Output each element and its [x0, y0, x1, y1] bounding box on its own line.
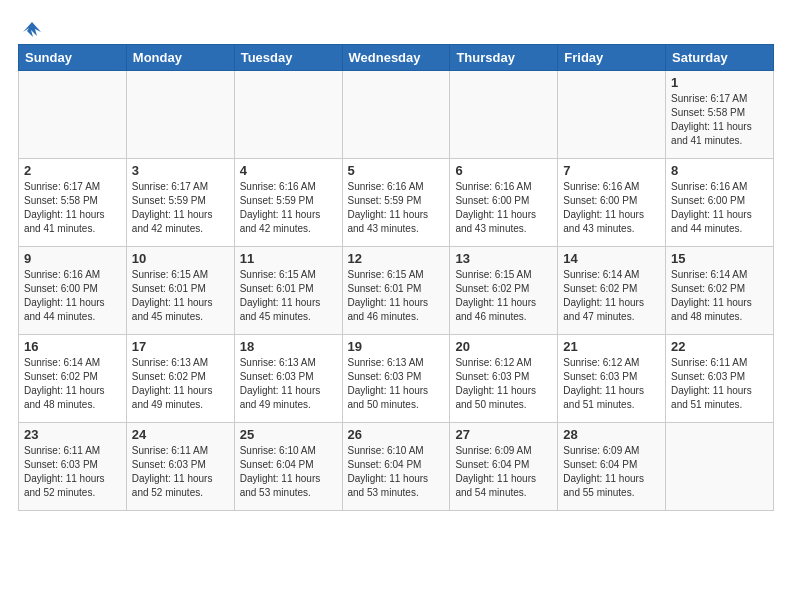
- day-number: 28: [563, 427, 660, 442]
- calendar-cell: [19, 71, 127, 159]
- day-info: Sunrise: 6:13 AM Sunset: 6:03 PM Dayligh…: [240, 356, 337, 412]
- day-number: 18: [240, 339, 337, 354]
- day-info: Sunrise: 6:10 AM Sunset: 6:04 PM Dayligh…: [348, 444, 445, 500]
- week-row-3: 9Sunrise: 6:16 AM Sunset: 6:00 PM Daylig…: [19, 247, 774, 335]
- day-number: 24: [132, 427, 229, 442]
- day-number: 10: [132, 251, 229, 266]
- calendar-cell: [126, 71, 234, 159]
- calendar-cell: 28Sunrise: 6:09 AM Sunset: 6:04 PM Dayli…: [558, 423, 666, 511]
- day-info: Sunrise: 6:09 AM Sunset: 6:04 PM Dayligh…: [563, 444, 660, 500]
- weekday-header-sunday: Sunday: [19, 45, 127, 71]
- calendar-cell: [450, 71, 558, 159]
- day-number: 8: [671, 163, 768, 178]
- day-info: Sunrise: 6:14 AM Sunset: 6:02 PM Dayligh…: [563, 268, 660, 324]
- day-number: 16: [24, 339, 121, 354]
- day-number: 9: [24, 251, 121, 266]
- day-number: 23: [24, 427, 121, 442]
- week-row-1: 1Sunrise: 6:17 AM Sunset: 5:58 PM Daylig…: [19, 71, 774, 159]
- week-row-2: 2Sunrise: 6:17 AM Sunset: 5:58 PM Daylig…: [19, 159, 774, 247]
- logo-bird-icon: [21, 18, 43, 40]
- day-number: 26: [348, 427, 445, 442]
- calendar-cell: 7Sunrise: 6:16 AM Sunset: 6:00 PM Daylig…: [558, 159, 666, 247]
- weekday-header-tuesday: Tuesday: [234, 45, 342, 71]
- day-info: Sunrise: 6:16 AM Sunset: 6:00 PM Dayligh…: [671, 180, 768, 236]
- calendar-cell: 12Sunrise: 6:15 AM Sunset: 6:01 PM Dayli…: [342, 247, 450, 335]
- calendar-cell: 19Sunrise: 6:13 AM Sunset: 6:03 PM Dayli…: [342, 335, 450, 423]
- calendar-cell: 24Sunrise: 6:11 AM Sunset: 6:03 PM Dayli…: [126, 423, 234, 511]
- day-info: Sunrise: 6:16 AM Sunset: 6:00 PM Dayligh…: [563, 180, 660, 236]
- day-info: Sunrise: 6:16 AM Sunset: 5:59 PM Dayligh…: [240, 180, 337, 236]
- calendar-cell: 2Sunrise: 6:17 AM Sunset: 5:58 PM Daylig…: [19, 159, 127, 247]
- calendar-cell: 4Sunrise: 6:16 AM Sunset: 5:59 PM Daylig…: [234, 159, 342, 247]
- calendar-cell: 27Sunrise: 6:09 AM Sunset: 6:04 PM Dayli…: [450, 423, 558, 511]
- calendar-cell: [666, 423, 774, 511]
- svg-marker-0: [23, 22, 41, 37]
- day-info: Sunrise: 6:09 AM Sunset: 6:04 PM Dayligh…: [455, 444, 552, 500]
- calendar-cell: 17Sunrise: 6:13 AM Sunset: 6:02 PM Dayli…: [126, 335, 234, 423]
- calendar-cell: 3Sunrise: 6:17 AM Sunset: 5:59 PM Daylig…: [126, 159, 234, 247]
- day-number: 7: [563, 163, 660, 178]
- day-info: Sunrise: 6:10 AM Sunset: 6:04 PM Dayligh…: [240, 444, 337, 500]
- logo: [18, 18, 43, 36]
- day-info: Sunrise: 6:16 AM Sunset: 6:00 PM Dayligh…: [24, 268, 121, 324]
- day-number: 27: [455, 427, 552, 442]
- calendar-cell: [234, 71, 342, 159]
- calendar-cell: [342, 71, 450, 159]
- day-info: Sunrise: 6:15 AM Sunset: 6:01 PM Dayligh…: [240, 268, 337, 324]
- calendar-cell: 26Sunrise: 6:10 AM Sunset: 6:04 PM Dayli…: [342, 423, 450, 511]
- day-info: Sunrise: 6:12 AM Sunset: 6:03 PM Dayligh…: [563, 356, 660, 412]
- day-number: 4: [240, 163, 337, 178]
- day-info: Sunrise: 6:13 AM Sunset: 6:02 PM Dayligh…: [132, 356, 229, 412]
- day-number: 12: [348, 251, 445, 266]
- day-info: Sunrise: 6:15 AM Sunset: 6:02 PM Dayligh…: [455, 268, 552, 324]
- day-info: Sunrise: 6:14 AM Sunset: 6:02 PM Dayligh…: [671, 268, 768, 324]
- week-row-5: 23Sunrise: 6:11 AM Sunset: 6:03 PM Dayli…: [19, 423, 774, 511]
- day-number: 15: [671, 251, 768, 266]
- header: [18, 18, 774, 36]
- weekday-header-wednesday: Wednesday: [342, 45, 450, 71]
- day-info: Sunrise: 6:16 AM Sunset: 6:00 PM Dayligh…: [455, 180, 552, 236]
- day-info: Sunrise: 6:17 AM Sunset: 5:58 PM Dayligh…: [24, 180, 121, 236]
- calendar-cell: 13Sunrise: 6:15 AM Sunset: 6:02 PM Dayli…: [450, 247, 558, 335]
- weekday-header-row: SundayMondayTuesdayWednesdayThursdayFrid…: [19, 45, 774, 71]
- day-info: Sunrise: 6:15 AM Sunset: 6:01 PM Dayligh…: [132, 268, 229, 324]
- day-info: Sunrise: 6:16 AM Sunset: 5:59 PM Dayligh…: [348, 180, 445, 236]
- day-number: 21: [563, 339, 660, 354]
- day-info: Sunrise: 6:11 AM Sunset: 6:03 PM Dayligh…: [132, 444, 229, 500]
- calendar-cell: 20Sunrise: 6:12 AM Sunset: 6:03 PM Dayli…: [450, 335, 558, 423]
- calendar-cell: 16Sunrise: 6:14 AM Sunset: 6:02 PM Dayli…: [19, 335, 127, 423]
- day-number: 3: [132, 163, 229, 178]
- calendar-cell: 21Sunrise: 6:12 AM Sunset: 6:03 PM Dayli…: [558, 335, 666, 423]
- calendar-cell: 11Sunrise: 6:15 AM Sunset: 6:01 PM Dayli…: [234, 247, 342, 335]
- day-info: Sunrise: 6:11 AM Sunset: 6:03 PM Dayligh…: [24, 444, 121, 500]
- page: SundayMondayTuesdayWednesdayThursdayFrid…: [0, 0, 792, 521]
- day-info: Sunrise: 6:14 AM Sunset: 6:02 PM Dayligh…: [24, 356, 121, 412]
- day-number: 5: [348, 163, 445, 178]
- day-number: 1: [671, 75, 768, 90]
- calendar-cell: 10Sunrise: 6:15 AM Sunset: 6:01 PM Dayli…: [126, 247, 234, 335]
- day-number: 14: [563, 251, 660, 266]
- weekday-header-friday: Friday: [558, 45, 666, 71]
- day-info: Sunrise: 6:15 AM Sunset: 6:01 PM Dayligh…: [348, 268, 445, 324]
- weekday-header-thursday: Thursday: [450, 45, 558, 71]
- day-info: Sunrise: 6:13 AM Sunset: 6:03 PM Dayligh…: [348, 356, 445, 412]
- day-number: 22: [671, 339, 768, 354]
- day-number: 17: [132, 339, 229, 354]
- calendar-cell: 6Sunrise: 6:16 AM Sunset: 6:00 PM Daylig…: [450, 159, 558, 247]
- day-info: Sunrise: 6:11 AM Sunset: 6:03 PM Dayligh…: [671, 356, 768, 412]
- day-number: 6: [455, 163, 552, 178]
- day-number: 19: [348, 339, 445, 354]
- day-info: Sunrise: 6:12 AM Sunset: 6:03 PM Dayligh…: [455, 356, 552, 412]
- calendar-cell: 8Sunrise: 6:16 AM Sunset: 6:00 PM Daylig…: [666, 159, 774, 247]
- day-number: 20: [455, 339, 552, 354]
- calendar-cell: 18Sunrise: 6:13 AM Sunset: 6:03 PM Dayli…: [234, 335, 342, 423]
- weekday-header-saturday: Saturday: [666, 45, 774, 71]
- calendar-cell: 15Sunrise: 6:14 AM Sunset: 6:02 PM Dayli…: [666, 247, 774, 335]
- week-row-4: 16Sunrise: 6:14 AM Sunset: 6:02 PM Dayli…: [19, 335, 774, 423]
- calendar-cell: 1Sunrise: 6:17 AM Sunset: 5:58 PM Daylig…: [666, 71, 774, 159]
- day-number: 2: [24, 163, 121, 178]
- calendar-table: SundayMondayTuesdayWednesdayThursdayFrid…: [18, 44, 774, 511]
- calendar-cell: 9Sunrise: 6:16 AM Sunset: 6:00 PM Daylig…: [19, 247, 127, 335]
- calendar-cell: [558, 71, 666, 159]
- day-info: Sunrise: 6:17 AM Sunset: 5:59 PM Dayligh…: [132, 180, 229, 236]
